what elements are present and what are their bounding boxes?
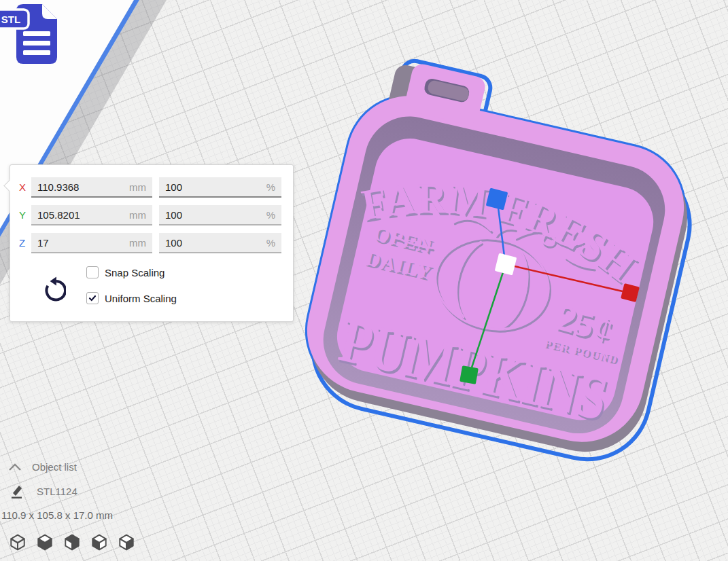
z-mm-unit: mm (129, 237, 146, 249)
camera-view-toolbar (8, 533, 144, 552)
object-item-name: STL1124 (37, 486, 77, 497)
scale-row-y: Y 105.8201 mm 100 % (10, 205, 293, 225)
cura-viewport: FARM FRESH OPEN DAILY 25¢ PER POUND PUMP… (0, 0, 728, 561)
object-list-header: Object list (32, 461, 77, 473)
snap-scaling-checkbox[interactable] (86, 266, 99, 278)
z-percent-unit: % (266, 237, 275, 249)
y-percent-unit: % (266, 209, 275, 221)
x-mm-input[interactable]: 110.9368 mm (31, 177, 152, 198)
x-mm-unit: mm (129, 181, 146, 193)
x-mm-value: 110.9368 (37, 181, 79, 193)
x-axis-label: X (19, 177, 31, 198)
object-list-item[interactable]: STL1124 (10, 484, 77, 499)
check-icon (88, 294, 97, 302)
reset-scale-button[interactable] (41, 276, 66, 305)
stl-badge-label: STL (1, 14, 20, 25)
y-percent-value: 100 (165, 209, 182, 221)
scale-row-x: X 110.9368 mm 100 % (10, 177, 293, 198)
z-percent-value: 100 (165, 237, 182, 249)
z-axis-label: Z (19, 233, 31, 253)
x-percent-value: 100 (165, 181, 182, 193)
view-left-button[interactable] (90, 533, 109, 552)
object-list-toggle[interactable]: Object list (8, 461, 77, 473)
cube-front-icon (35, 533, 54, 551)
cube-top-icon (63, 533, 82, 551)
chevron-up-icon (8, 463, 22, 471)
scale-tool-panel: X 110.9368 mm 100 % Y 105.8201 mm 100 % … (10, 164, 294, 322)
uniform-scaling-row: Uniform Scaling (86, 291, 177, 305)
object-dimensions: 110.9 x 105.8 x 17.0 mm (1, 509, 113, 521)
document-fold (42, 4, 57, 19)
z-mm-input[interactable]: 17 mm (31, 233, 152, 253)
uniform-scaling-checkbox[interactable] (86, 292, 99, 304)
y-scale-handle[interactable] (460, 365, 479, 384)
z-percent-input[interactable]: 100 % (159, 233, 281, 253)
x-percent-unit: % (266, 181, 275, 193)
y-mm-input[interactable]: 105.8201 mm (31, 205, 152, 225)
pencil-icon (10, 484, 24, 499)
z-mm-value: 17 (37, 237, 49, 249)
scale-row-z: Z 17 mm 100 % (10, 233, 293, 253)
cube-right-icon (117, 533, 136, 551)
snap-scaling-label: Snap Scaling (105, 267, 164, 278)
y-percent-input[interactable]: 100 % (159, 205, 281, 225)
stl-file-icon: STL (0, 0, 68, 73)
view-right-button[interactable] (117, 533, 136, 552)
y-axis-label: Y (19, 205, 31, 225)
x-percent-input[interactable]: 100 % (159, 177, 281, 198)
cube-3d-icon (8, 533, 27, 551)
view-front-button[interactable] (35, 533, 54, 552)
y-mm-unit: mm (129, 209, 146, 221)
cube-left-icon (90, 533, 109, 551)
uniform-scaling-label: Uniform Scaling (105, 293, 177, 304)
view-top-button[interactable] (63, 533, 82, 552)
snap-scaling-row: Snap Scaling (86, 266, 164, 279)
y-mm-value: 105.8201 (37, 209, 80, 221)
view-3d-button[interactable] (8, 533, 27, 552)
